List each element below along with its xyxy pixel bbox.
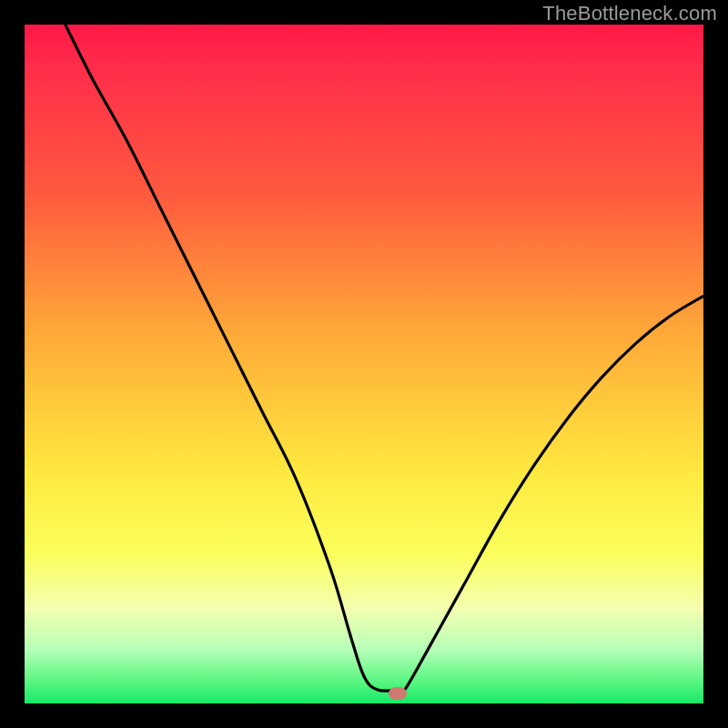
- chart-frame: TheBottleneck.com: [0, 0, 728, 728]
- bottleneck-curve: [25, 25, 703, 703]
- chart-plot-area: [25, 25, 703, 703]
- watermark-text: TheBottleneck.com: [542, 2, 717, 25]
- optimal-point-marker: [389, 687, 407, 700]
